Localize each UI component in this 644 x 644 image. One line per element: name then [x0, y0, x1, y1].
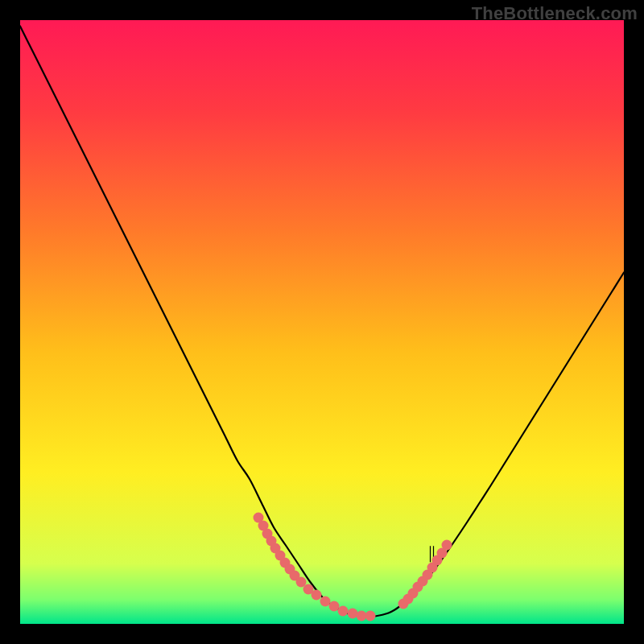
- highlight-dots-layer: [20, 20, 624, 624]
- highlight-dot: [442, 539, 452, 550]
- chart-container: TheBottleneck.com: [0, 0, 644, 644]
- highlight-dot: [365, 610, 376, 621]
